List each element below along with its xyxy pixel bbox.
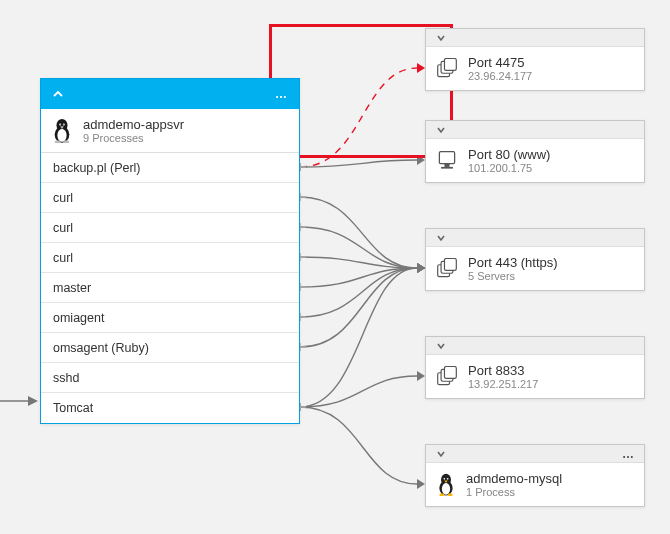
svg-rect-49	[444, 163, 449, 166]
target-sub: 101.200.1.75	[468, 162, 550, 174]
tux-icon	[51, 118, 73, 144]
svg-point-37	[57, 129, 66, 142]
process-row[interactable]: curl	[41, 183, 299, 213]
expand-icon[interactable]	[432, 29, 450, 47]
svg-rect-48	[439, 151, 454, 163]
expand-icon[interactable]	[432, 337, 450, 355]
target-label: admdemo-mysql	[466, 471, 562, 486]
source-title: admdemo-appsvr	[83, 117, 184, 132]
target-header[interactable]	[426, 229, 644, 247]
process-row[interactable]: backup.pl (Perl)	[41, 153, 299, 183]
server-single-icon	[436, 150, 458, 172]
svg-point-41	[63, 124, 64, 125]
svg-marker-32	[417, 479, 425, 489]
expand-icon[interactable]	[432, 445, 450, 463]
target-body: Port 8833 13.92.251.217	[426, 355, 644, 398]
source-subtitle: 9 Processes	[83, 132, 184, 144]
target-header[interactable]	[426, 29, 644, 47]
target-header[interactable]	[426, 121, 644, 139]
target-body: Port 4475 23.96.24.177	[426, 47, 644, 90]
source-server-panel[interactable]: … admdemo-appsvr 9 Processes backup.pl (…	[40, 78, 300, 424]
target-panel[interactable]: Port 80 (www) 101.200.1.75	[425, 120, 645, 183]
target-label: Port 80 (www)	[468, 147, 550, 162]
target-header[interactable]	[426, 337, 644, 355]
more-icon[interactable]: …	[273, 85, 291, 103]
svg-marker-29	[417, 371, 425, 381]
target-sub: 5 Servers	[468, 270, 558, 282]
svg-point-40	[60, 124, 61, 125]
process-list: backup.pl (Perl)curlcurlcurlmasteromiage…	[41, 152, 299, 423]
target-label: Port 443 (https)	[468, 255, 558, 270]
svg-point-59	[442, 483, 450, 495]
target-sub: 1 Process	[466, 486, 562, 498]
process-row[interactable]: omsagent (Ruby)	[41, 333, 299, 363]
svg-point-64	[448, 493, 453, 496]
svg-point-63	[439, 493, 444, 496]
process-row[interactable]: Tomcat	[41, 393, 299, 423]
server-stack-icon	[436, 258, 458, 280]
expand-icon[interactable]	[432, 229, 450, 247]
expand-icon[interactable]	[432, 121, 450, 139]
tux-icon	[436, 473, 456, 496]
target-body: admdemo-mysql 1 Process	[426, 463, 644, 506]
process-row[interactable]: curl	[41, 213, 299, 243]
svg-point-61	[447, 478, 449, 480]
source-panel-title-row: admdemo-appsvr 9 Processes	[41, 109, 299, 152]
target-sub: 13.92.251.217	[468, 378, 538, 390]
process-row[interactable]: sshd	[41, 363, 299, 393]
svg-marker-26	[417, 263, 425, 273]
target-label: Port 8833	[468, 363, 538, 378]
target-panel[interactable]: … admdemo-mysql 1 Process	[425, 444, 645, 507]
target-label: Port 4475	[468, 55, 532, 70]
server-stack-icon	[436, 58, 458, 80]
svg-rect-53	[444, 258, 456, 270]
target-panel[interactable]: Port 4475 23.96.24.177	[425, 28, 645, 91]
process-row[interactable]: curl	[41, 243, 299, 273]
target-panel[interactable]: Port 8833 13.92.251.217	[425, 336, 645, 399]
more-icon[interactable]: …	[620, 445, 638, 463]
svg-point-44	[64, 140, 69, 143]
svg-rect-47	[444, 58, 456, 70]
svg-rect-56	[444, 366, 456, 378]
target-header[interactable]: …	[426, 445, 644, 463]
svg-point-43	[55, 140, 60, 143]
target-body: Port 443 (https) 5 Servers	[426, 247, 644, 290]
target-panel[interactable]: Port 443 (https) 5 Servers	[425, 228, 645, 291]
target-body: Port 80 (www) 101.200.1.75	[426, 139, 644, 182]
collapse-icon[interactable]	[49, 85, 67, 103]
server-stack-icon	[436, 366, 458, 388]
source-panel-header[interactable]: …	[41, 79, 299, 109]
process-row[interactable]: omiagent	[41, 303, 299, 333]
svg-point-60	[444, 478, 446, 480]
target-sub: 23.96.24.177	[468, 70, 532, 82]
svg-rect-50	[441, 166, 453, 168]
process-row[interactable]: master	[41, 273, 299, 303]
